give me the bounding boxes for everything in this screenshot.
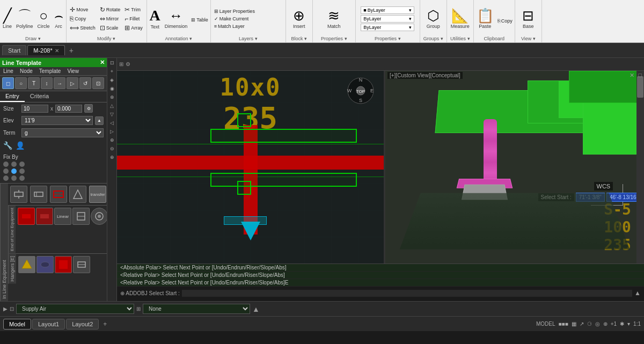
viewport-3d-scrollbar[interactable] (636, 71, 644, 264)
snap-toggle[interactable]: ▦ (572, 321, 576, 327)
polar-toggle[interactable]: ⚆ (587, 321, 592, 327)
viewport-3d[interactable]: [+][Custom View][Conceptual] S-51002 (385, 71, 644, 264)
annotation-group-label[interactable]: Annotation ▾ (148, 36, 209, 41)
end-item-4[interactable] (72, 208, 90, 225)
groups-group-label[interactable]: Groups ▾ (421, 36, 445, 41)
insert-btn[interactable]: ⊕ Insert (291, 8, 307, 30)
base-btn[interactable]: ⊟ Base (521, 8, 536, 30)
group-btn[interactable]: ⬡ Group (425, 8, 442, 30)
rotate-btn[interactable]: ↻ Rotate (99, 5, 122, 14)
tool-rect[interactable]: ◻ (2, 77, 14, 89)
bylayer-dropdown-1[interactable]: ■ ByLayer ▾ (361, 6, 414, 14)
draw-group-label[interactable]: Draw ▾ (1, 36, 65, 41)
vtool-2[interactable]: + (109, 68, 114, 75)
copy-clipboard-btn[interactable]: ⎘ Copy (496, 18, 514, 24)
measure-btn[interactable]: 📐 Measure (449, 8, 471, 30)
add-layout-btn[interactable]: + (100, 319, 110, 330)
circle-btn[interactable]: ○ Circle (36, 8, 52, 30)
bylayer-dropdown-3[interactable]: ByLayer ▾ (361, 24, 414, 31)
size-input[interactable] (21, 105, 48, 113)
tab-m208-close[interactable]: ✕ (55, 48, 59, 54)
array-btn[interactable]: ⊞ Array (123, 24, 144, 32)
scrollbar-thumb[interactable] (637, 76, 643, 98)
table-btn[interactable]: ⊞ Table (190, 17, 209, 23)
layer-properties-btn[interactable]: ⊞ Layer Properties (213, 8, 256, 14)
vtool-6[interactable]: △ (109, 102, 115, 109)
vtool-3[interactable]: ◈ (109, 76, 115, 84)
tab-start[interactable]: Start (2, 45, 26, 55)
tab-m208[interactable]: M-208* ✕ (27, 45, 64, 55)
vtool-1[interactable]: ⊡ (109, 59, 115, 67)
view-group-label[interactable]: View ▾ (516, 36, 540, 41)
menu-template[interactable]: Template (36, 67, 64, 75)
modify-group-label[interactable]: Modify ▾ (68, 36, 145, 41)
vtool-11[interactable]: ⊖ (109, 145, 115, 152)
end-item-3[interactable]: Linear (54, 208, 71, 225)
dot-3[interactable] (19, 162, 25, 167)
viewport-3d-maximize[interactable]: □ (638, 72, 642, 78)
equip-item-4[interactable] (69, 186, 86, 203)
supply-system-select[interactable]: Supply Air (16, 304, 134, 314)
menu-view[interactable]: View (64, 67, 82, 75)
arc-btn[interactable]: ⌢ Arc (53, 8, 65, 30)
dot-4[interactable] (3, 169, 9, 174)
block-group-label[interactable]: Block ▾ (287, 36, 311, 41)
tool-circle[interactable]: ○ (15, 77, 27, 89)
text-btn[interactable]: A Text (148, 7, 162, 30)
equip-item-3[interactable] (50, 186, 67, 203)
tab-model[interactable]: Model (3, 319, 31, 330)
tool-triangle[interactable]: ▷ (67, 77, 78, 89)
fillet-btn[interactable]: ⌐ Fillet (123, 14, 144, 23)
paste-btn[interactable]: 📋 Paste (475, 8, 495, 30)
dot-5[interactable] (11, 169, 17, 174)
dot-6[interactable] (19, 169, 25, 174)
end-item-circle[interactable] (91, 208, 107, 225)
stretch-btn[interactable]: ⟺ Stretch (69, 24, 97, 32)
match-group-label[interactable]: Properties ▾ (314, 36, 354, 41)
term-select[interactable]: g (21, 128, 104, 137)
layers-group-label[interactable]: Layers ▾ (212, 36, 284, 41)
copy-btn[interactable]: ⎘ Copy (69, 14, 97, 23)
vp-settings-btn[interactable]: ⚙ (126, 61, 130, 67)
clipboard-group-label[interactable]: Clipboard (475, 36, 514, 41)
hanger-1[interactable] (18, 256, 35, 273)
mirror-btn[interactable]: ⇔ Mirror (99, 14, 122, 23)
hanger-2[interactable] (36, 256, 54, 273)
equip-item-2[interactable] (30, 186, 47, 203)
match-properties-btn[interactable]: ≋ Match (326, 8, 342, 30)
move-btn[interactable]: ✛ Move (69, 5, 97, 14)
vtool-8[interactable]: ◁ (109, 119, 115, 127)
tool-rotate2[interactable]: ↺ (79, 77, 91, 89)
hanger-4[interactable] (73, 256, 90, 273)
end-item-2[interactable] (36, 208, 53, 225)
end-item-1[interactable] (18, 208, 35, 225)
grid-toggle[interactable]: ■■■ (559, 321, 568, 327)
viewport-3d-close[interactable]: ✕ (630, 72, 634, 79)
bylayer-dropdown-2[interactable]: ByLayer ▾ (361, 15, 414, 23)
trim-btn[interactable]: ✂ Trim (123, 5, 144, 14)
supply-arrow[interactable]: ▲ (252, 305, 260, 313)
x-input[interactable] (55, 105, 82, 113)
dot-7[interactable] (3, 175, 9, 181)
tool-text[interactable]: T (28, 77, 40, 89)
tool-arrow[interactable]: → (54, 77, 65, 89)
dot-2[interactable] (11, 162, 17, 167)
tool-resize[interactable]: ↕ (41, 77, 53, 89)
model-status[interactable]: MODEL (536, 321, 555, 327)
console-input[interactable] (182, 290, 632, 297)
polyline-btn[interactable]: ⌒ Polyline (14, 8, 35, 30)
osnap-toggle[interactable]: ◎ (595, 321, 600, 327)
left-panel-close[interactable]: ✕ (100, 59, 105, 66)
elev-up-btn[interactable]: ▲ (95, 116, 104, 125)
dot-8[interactable] (11, 175, 17, 181)
vtool-5[interactable]: ⊗ (109, 93, 115, 101)
otrack-toggle[interactable]: ⊕ (603, 321, 608, 327)
line-btn[interactable]: ╱ Line (1, 8, 13, 30)
menu-line[interactable]: Line (0, 67, 17, 75)
equip-item-transfer[interactable]: transfer (89, 186, 106, 203)
none-select[interactable]: None (143, 304, 250, 314)
tab-layout1[interactable]: Layout1 (32, 319, 65, 330)
supply-expand-icon[interactable]: ▶ (3, 306, 8, 312)
anno-toggle[interactable]: +1 (611, 321, 617, 327)
ortho-toggle[interactable]: ↗ (580, 321, 584, 327)
